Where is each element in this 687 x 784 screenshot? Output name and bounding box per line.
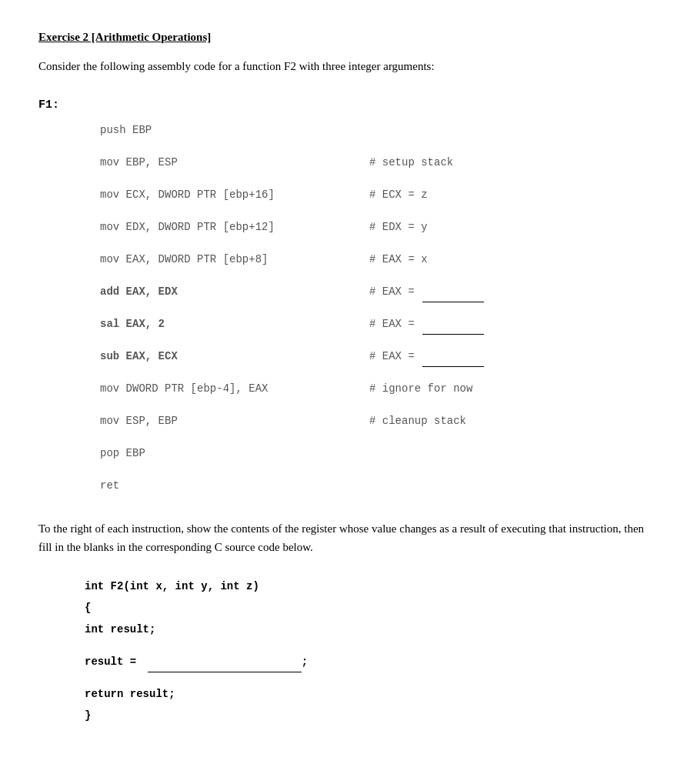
instruction-mov-dword: mov DWORD PTR [ebp-4], EAX # ignore for … xyxy=(100,378,649,399)
assembly-code-block: push EBP mov EBP, ESP # setup stack mov … xyxy=(100,119,649,496)
instruction-add: add EAX, EDX # EAX = xyxy=(100,281,649,302)
c-signature: int F2(int x, int y, int z) xyxy=(85,575,649,597)
eax-blank-add xyxy=(422,302,484,302)
c-code-block: int F2(int x, int y, int z) { int result… xyxy=(85,575,649,726)
instruction-pop-ebp: pop EBP xyxy=(100,442,649,464)
c-return: return result; xyxy=(85,683,649,705)
function-label: F1: xyxy=(38,98,649,112)
instruction-mov-esp-ebp: mov ESP, EBP # cleanup stack xyxy=(100,410,649,432)
instruction-mov-eax: mov EAX, DWORD PTR [ebp+8] # EAX = x xyxy=(100,249,649,270)
c-open-brace: { xyxy=(85,597,649,619)
eax-blank-sub xyxy=(422,366,484,367)
c-result-assignment: result = ; xyxy=(85,651,649,672)
instruction-mov-ecx: mov ECX, DWORD PTR [ebp+16] # ECX = z xyxy=(100,184,649,205)
instruction-push-ebp: push EBP xyxy=(100,119,649,141)
instruction-mov-ebp-esp: mov EBP, ESP # setup stack xyxy=(100,152,649,173)
instruction-sal: sal EAX, 2 # EAX = xyxy=(100,313,649,335)
description-text: To the right of each instruction, show t… xyxy=(38,519,649,556)
instruction-ret: ret xyxy=(100,475,649,496)
result-blank xyxy=(148,672,302,672)
eax-blank-sal xyxy=(422,334,484,335)
intro-text: Consider the following assembly code for… xyxy=(38,58,649,75)
exercise-title: Exercise 2 [Arithmetic Operations] xyxy=(38,31,649,44)
c-close-brace: } xyxy=(85,705,649,726)
c-int-result: int result; xyxy=(85,619,649,640)
instruction-mov-edx: mov EDX, DWORD PTR [ebp+12] # EDX = y xyxy=(100,216,649,238)
instruction-sub: sub EAX, ECX # EAX = xyxy=(100,345,649,367)
